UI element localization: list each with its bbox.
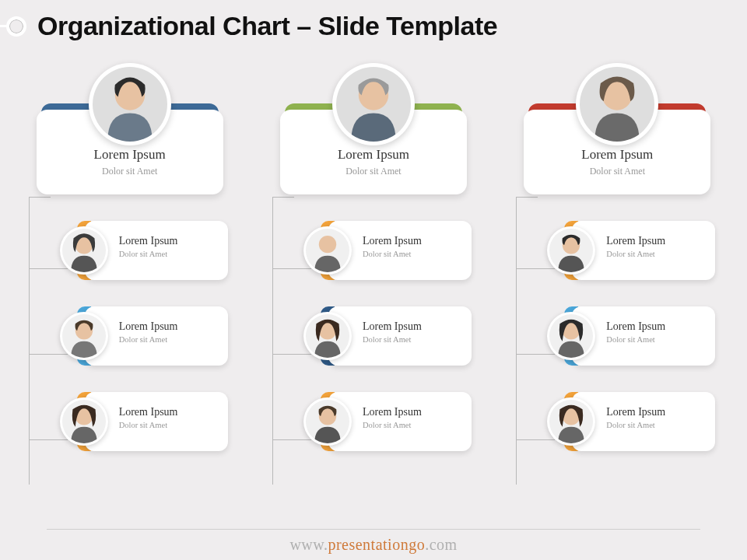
slide-title: Organizational Chart – Slide Template [37, 11, 497, 41]
slide-header: Organizational Chart – Slide Template [0, 0, 747, 49]
person-name: Lorem Ipsum [606, 320, 707, 333]
person-name: Lorem Ipsum [363, 235, 464, 247]
person-icon [306, 229, 349, 272]
person-icon [549, 314, 593, 358]
person-icon [549, 400, 593, 443]
person-icon [62, 400, 106, 443]
person-name: Lorem Ipsum [363, 406, 464, 418]
avatar [303, 397, 352, 446]
org-child-card: Lorem Ipsum Dolor sit Amet [308, 306, 472, 366]
footer-prefix: www. [289, 536, 328, 553]
person-icon [93, 67, 167, 142]
org-head-card: Lorem Ipsum Dolor sit Amet [524, 103, 710, 194]
footer-url: www.presentationgo.com [0, 536, 747, 554]
person-name: Lorem Ipsum [531, 147, 703, 163]
connector-line [29, 439, 68, 440]
person-role: Dolor sit Amet [363, 421, 464, 429]
person-role: Dolor sit Amet [606, 335, 707, 344]
person-name: Lorem Ipsum [119, 235, 220, 247]
org-child-card: Lorem Ipsum Dolor sit Amet [552, 306, 715, 366]
org-child-card: Lorem Ipsum Dolor sit Amet [552, 221, 715, 280]
person-role: Dolor sit Amet [531, 166, 703, 177]
avatar-image [62, 400, 106, 443]
avatar [332, 63, 415, 145]
org-column-1: Lorem Ipsum Dolor sit Amet Lorem Ipsum D… [257, 65, 490, 451]
connector-line [516, 197, 517, 485]
person-name: Lorem Ipsum [44, 147, 216, 163]
connector-line [272, 439, 311, 440]
person-role: Dolor sit Amet [363, 250, 464, 258]
avatar [60, 397, 108, 446]
connector-line [29, 197, 30, 485]
person-icon [580, 67, 654, 142]
connector-line [516, 354, 555, 355]
person-name: Lorem Ipsum [119, 406, 220, 418]
avatar-image [306, 229, 349, 272]
person-name: Lorem Ipsum [119, 320, 220, 333]
avatar [547, 226, 595, 275]
divider [47, 529, 700, 530]
avatar-image [93, 67, 167, 142]
connector-line [29, 268, 68, 269]
person-name: Lorem Ipsum [288, 147, 459, 163]
org-head-card: Lorem Ipsum Dolor sit Amet [280, 103, 467, 194]
person-icon [306, 400, 349, 443]
slide-footer: www.presentationgo.com [0, 529, 747, 554]
org-child-card: Lorem Ipsum Dolor sit Amet [65, 221, 228, 280]
org-child-card: Lorem Ipsum Dolor sit Amet [308, 392, 472, 451]
avatar [60, 312, 108, 360]
avatar-image [580, 67, 654, 142]
avatar-image [306, 400, 349, 443]
person-icon [306, 314, 349, 358]
person-role: Dolor sit Amet [44, 166, 216, 177]
person-icon [62, 229, 106, 272]
connector-line [272, 197, 294, 198]
avatar [303, 226, 352, 275]
person-role: Dolor sit Amet [606, 250, 707, 258]
org-child-card: Lorem Ipsum Dolor sit Amet [552, 392, 715, 451]
person-icon [336, 67, 411, 142]
person-role: Dolor sit Amet [119, 250, 220, 258]
avatar-image [549, 229, 593, 272]
avatar-image [306, 314, 349, 358]
connector-line [516, 439, 555, 440]
connector-line [272, 268, 311, 269]
org-child-card: Lorem Ipsum Dolor sit Amet [308, 221, 472, 280]
avatar [547, 397, 595, 446]
svg-point-5 [319, 236, 336, 253]
person-role: Dolor sit Amet [363, 335, 464, 344]
avatar [60, 226, 108, 275]
person-role: Dolor sit Amet [288, 166, 459, 177]
avatar [303, 312, 352, 360]
connector-line [29, 354, 68, 355]
avatar-image [336, 67, 411, 142]
avatar-image [549, 314, 593, 358]
org-column-0: Lorem Ipsum Dolor sit Amet Lorem Ipsum D… [13, 65, 247, 451]
connector-line [272, 354, 311, 355]
org-child-card: Lorem Ipsum Dolor sit Amet [65, 306, 228, 366]
person-name: Lorem Ipsum [606, 406, 707, 418]
person-name: Lorem Ipsum [363, 320, 464, 333]
person-role: Dolor sit Amet [119, 335, 220, 344]
org-column-2: Lorem Ipsum Dolor sit Amet Lorem Ipsum D… [500, 65, 734, 451]
connector-line [516, 197, 538, 198]
title-bullet-icon [6, 16, 26, 37]
avatar [547, 312, 595, 360]
person-role: Dolor sit Amet [119, 421, 220, 429]
avatar-image [62, 229, 106, 272]
person-name: Lorem Ipsum [606, 235, 707, 247]
avatar-image [549, 400, 593, 443]
connector-line [272, 197, 273, 485]
org-head-card: Lorem Ipsum Dolor sit Amet [37, 103, 223, 194]
avatar [576, 63, 658, 145]
connector-line [516, 268, 555, 269]
person-icon [62, 314, 106, 358]
avatar-image [62, 314, 106, 358]
org-chart: Lorem Ipsum Dolor sit Amet Lorem Ipsum D… [0, 49, 747, 451]
person-icon [549, 229, 593, 272]
person-role: Dolor sit Amet [606, 421, 707, 429]
connector-line [29, 197, 51, 198]
avatar [89, 63, 171, 145]
footer-mid: presentationgo [328, 536, 425, 553]
org-child-card: Lorem Ipsum Dolor sit Amet [65, 392, 228, 451]
